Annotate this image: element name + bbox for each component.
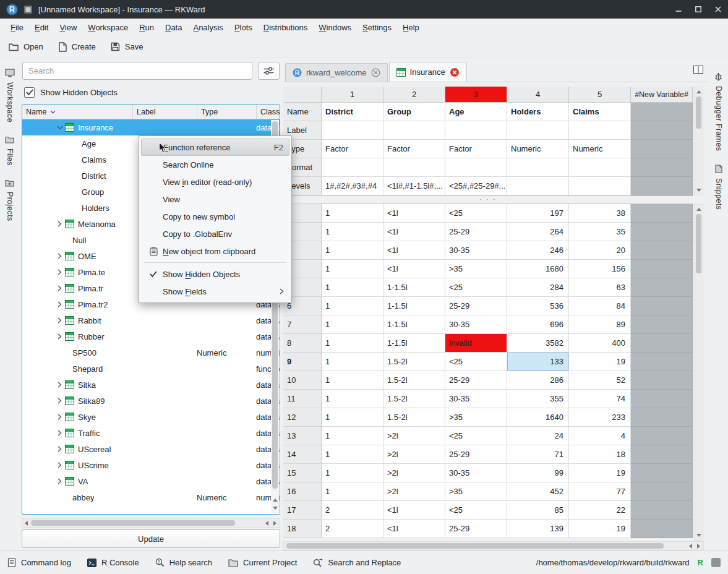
scrollbar-thumb[interactable] xyxy=(31,520,235,526)
meta-data-splitter[interactable] xyxy=(283,195,693,204)
data-cell-new-variable[interactable] xyxy=(631,427,693,445)
data-cell[interactable]: >35 xyxy=(445,482,507,501)
r-console-button[interactable]: R Console xyxy=(87,558,139,567)
tree-item-sitka[interactable]: Sitkadata.frame xyxy=(22,377,280,393)
data-cell[interactable]: 1 xyxy=(322,353,383,371)
save-button[interactable]: Save xyxy=(111,42,143,51)
data-cell[interactable]: 284 xyxy=(507,278,569,297)
menubar-settings[interactable]: Settings xyxy=(357,20,397,35)
data-cell[interactable]: >2l xyxy=(383,445,445,464)
data-cell[interactable]: 52 xyxy=(569,371,631,390)
meta-vertical-scrollbar[interactable] xyxy=(694,87,703,195)
tree-item-sitka89[interactable]: Sitka89data.frame xyxy=(22,393,280,409)
expander-closed-icon[interactable] xyxy=(54,269,65,275)
meta-cell[interactable]: Group xyxy=(383,103,445,121)
scroll-up-icon[interactable] xyxy=(273,499,278,502)
context-menu-item-show-hidden-objects[interactable]: Show Hidden Objects xyxy=(139,265,291,283)
tree-item-rabbit[interactable]: Rabbitdata.frame xyxy=(22,312,280,328)
row-header[interactable]: 12 xyxy=(283,408,322,427)
data-cell[interactable]: 1.5-2l xyxy=(383,390,445,408)
data-cell[interactable]: 1 xyxy=(322,371,383,390)
data-cell[interactable]: 1 xyxy=(322,204,383,223)
menubar-plots[interactable]: Plots xyxy=(229,20,258,35)
expander-closed-icon[interactable] xyxy=(54,285,65,291)
data-cell[interactable]: 1 xyxy=(322,408,383,427)
menubar-view[interactable]: View xyxy=(54,20,82,35)
meta-cell[interactable] xyxy=(445,158,507,177)
tree-item-skye[interactable]: Skyedata.frame xyxy=(22,409,280,425)
tree-item-rubber[interactable]: Rubberdata.frame xyxy=(22,328,280,345)
create-button[interactable]: Create xyxy=(58,42,96,52)
scroll-down-icon[interactable] xyxy=(273,507,278,510)
column-header-2[interactable]: 2 xyxy=(383,87,445,103)
meta-cell[interactable] xyxy=(322,158,383,177)
data-cell[interactable]: 1 xyxy=(322,464,383,482)
column-header-type[interactable]: Type xyxy=(197,105,256,119)
data-cell[interactable]: 1 xyxy=(322,482,383,501)
meta-cell[interactable] xyxy=(569,158,631,177)
current-project-button[interactable]: Current Project xyxy=(228,558,297,567)
data-cell[interactable]: <25 xyxy=(445,353,507,371)
data-cell[interactable]: 1 xyxy=(322,315,383,334)
data-cell[interactable]: 74 xyxy=(569,390,631,408)
scroll-down-icon[interactable] xyxy=(696,189,701,192)
expander-closed-icon[interactable] xyxy=(54,317,65,323)
data-cell[interactable]: 1 xyxy=(322,334,383,353)
data-cell[interactable]: 89 xyxy=(569,315,631,334)
tree-item-uscrime[interactable]: UScrimedata.frame xyxy=(22,457,280,473)
data-cell[interactable]: 30-35 xyxy=(445,241,507,260)
tab-close-icon[interactable] xyxy=(371,68,380,77)
data-cell-new-variable[interactable] xyxy=(631,278,693,297)
context-menu-item-show-fields[interactable]: Show Fields xyxy=(139,283,291,300)
row-header[interactable]: 9 xyxy=(283,353,322,371)
scroll-left-icon[interactable] xyxy=(25,521,28,526)
menubar-distributions[interactable]: Distributions xyxy=(258,20,314,35)
menubar-run[interactable]: Run xyxy=(134,20,160,35)
row-header[interactable]: 8 xyxy=(283,334,322,353)
data-cell-new-variable[interactable] xyxy=(631,334,693,353)
data-cell[interactable]: <1l xyxy=(383,223,445,241)
menubar-windows[interactable]: Windows xyxy=(313,20,357,35)
data-cell[interactable]: 35 xyxy=(569,223,631,241)
data-cell[interactable]: 1 xyxy=(322,297,383,315)
tree-horizontal-scrollbar[interactable] xyxy=(22,518,280,528)
scroll-down-icon[interactable] xyxy=(696,534,701,537)
dock-tab-snippets[interactable]: Snippets xyxy=(709,158,728,216)
data-cell-new-variable[interactable] xyxy=(631,408,693,427)
tree-item-sp500[interactable]: SP500Numericnumeric xyxy=(22,345,280,361)
data-cell[interactable]: 400 xyxy=(569,334,631,353)
data-cell[interactable]: 1-1.5l xyxy=(383,315,445,334)
column-header-3[interactable]: 3 xyxy=(445,87,507,103)
scrollbar-thumb[interactable] xyxy=(696,214,701,273)
data-cell[interactable]: <1l xyxy=(383,520,445,538)
meta-cell[interactable]: <25#,#25-29#... xyxy=(445,177,507,195)
context-menu-item-search-online[interactable]: Search Online xyxy=(139,156,291,173)
meta-cell[interactable]: Numeric xyxy=(507,140,569,158)
meta-cell[interactable]: Claims xyxy=(569,103,631,121)
data-cell[interactable]: 25-29 xyxy=(445,445,507,464)
split-window-icon[interactable] xyxy=(693,66,703,74)
expander-closed-icon[interactable] xyxy=(54,382,65,388)
meta-cell[interactable] xyxy=(383,121,445,140)
tab-rkward-welcome[interactable]: rkward_welcome xyxy=(285,63,388,82)
meta-cell[interactable]: Factor xyxy=(445,140,507,158)
scroll-up-icon[interactable] xyxy=(696,208,701,211)
menubar-edit[interactable]: Edit xyxy=(29,20,54,35)
scroll-up-icon[interactable] xyxy=(696,90,701,93)
menubar-workspace[interactable]: Workspace xyxy=(82,20,134,35)
data-cell[interactable]: 1 xyxy=(322,260,383,278)
tree-item-shepard[interactable]: Shepardfunction xyxy=(22,361,280,377)
meta-cell[interactable] xyxy=(507,158,569,177)
data-cell[interactable]: 696 xyxy=(507,315,569,334)
meta-cell[interactable]: 1#,#2#,#3#,#4 xyxy=(322,177,383,195)
data-cell-new-variable[interactable] xyxy=(631,501,693,520)
data-cell[interactable]: 1 xyxy=(322,445,383,464)
minimize-button[interactable] xyxy=(675,6,682,13)
data-cell-new-variable[interactable] xyxy=(631,520,693,538)
data-cell[interactable]: <1l xyxy=(383,204,445,223)
meta-cell[interactable] xyxy=(383,158,445,177)
tree-item-traffic[interactable]: Trafficdata.frame xyxy=(22,425,280,441)
data-cell[interactable]: 1.5-2l xyxy=(383,371,445,390)
row-header[interactable]: 18 xyxy=(283,520,322,538)
data-cell[interactable]: 99 xyxy=(507,464,569,482)
